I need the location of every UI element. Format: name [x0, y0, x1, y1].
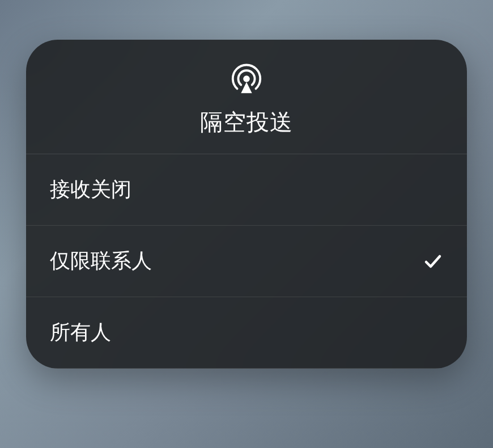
option-receiving-off[interactable]: 接收关闭: [26, 154, 467, 226]
option-contacts-only[interactable]: 仅限联系人: [26, 226, 467, 297]
option-label: 所有人: [50, 319, 111, 346]
option-list: 接收关闭 仅限联系人 所有人: [26, 154, 467, 369]
airdrop-icon: [229, 61, 264, 96]
panel-title: 隔空投送: [200, 107, 293, 138]
option-everyone[interactable]: 所有人: [26, 297, 467, 369]
panel-header: 隔空投送: [26, 40, 467, 154]
airdrop-panel: 隔空投送 接收关闭 仅限联系人 所有人: [26, 40, 467, 369]
svg-point-0: [243, 75, 250, 82]
option-label: 仅限联系人: [50, 247, 152, 275]
option-label: 接收关闭: [50, 176, 131, 204]
checkmark-icon: [423, 251, 443, 272]
